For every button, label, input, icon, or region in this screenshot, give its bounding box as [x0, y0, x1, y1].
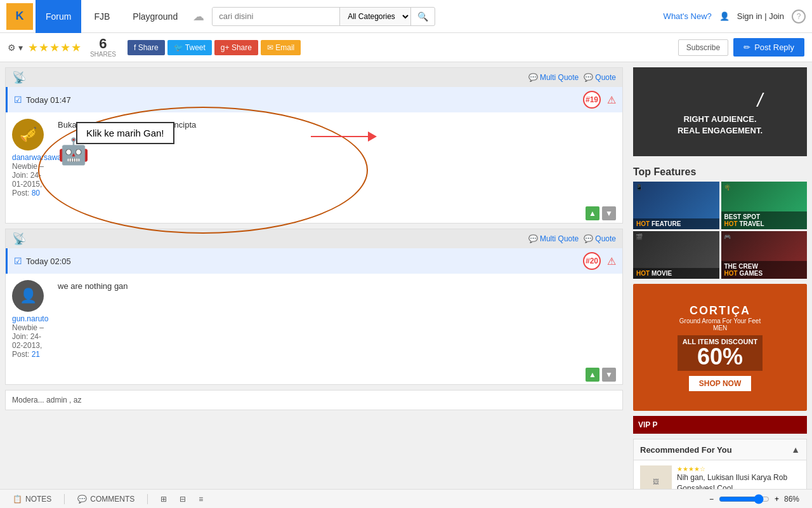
- ad-tagline-1: RIGHT AUDIENCE.: [678, 114, 763, 125]
- grid2-icon: ⊟: [180, 495, 186, 504]
- zoom-slider[interactable]: [719, 494, 769, 504]
- bottom-comments[interactable]: 💬 COMMENTS: [77, 495, 134, 504]
- bottom-sep-2: [147, 494, 148, 504]
- right-sidebar: / RIGHT AUDIENCE. REAL ENGAGEMENT. Top F…: [628, 62, 812, 508]
- settings-button[interactable]: ⚙ ▾: [8, 43, 23, 53]
- wap-icon-20: 📡: [12, 232, 26, 246]
- bottom-right: − + 86%: [709, 494, 799, 504]
- star-5: ★: [71, 41, 81, 55]
- whats-new-link[interactable]: What's New?: [664, 11, 712, 21]
- post-19-number[interactable]: #19: [583, 91, 601, 109]
- quote-button-19[interactable]: 💬 Quote: [584, 73, 616, 82]
- search-button[interactable]: 🔍: [410, 8, 435, 25]
- search-input[interactable]: [213, 8, 339, 25]
- quote-multi-icon: 💬: [528, 73, 538, 82]
- star-4: ★: [60, 41, 70, 55]
- post-20: 📡 💬 Multi Quote 💬 Quote ☑ Tod: [5, 229, 623, 385]
- vote-down-20[interactable]: ▼: [602, 368, 616, 382]
- ad-shoes-cta[interactable]: SHOP NOW: [689, 376, 751, 391]
- bottom-notes[interactable]: 📋 NOTES: [13, 495, 51, 504]
- notes-icon: 📋: [13, 495, 22, 504]
- bottom-grid2[interactable]: ⊟: [180, 495, 186, 504]
- post-19-avatar-area: 🎺 danarwarsawa Newbie – Join: 24-01-2015…: [12, 119, 50, 197]
- post-19-time: Today 01:47: [26, 95, 579, 105]
- rating-stars: ★ ★ ★ ★ ★: [28, 41, 81, 55]
- post-20-number[interactable]: #20: [583, 252, 601, 270]
- zoom-in-button[interactable]: +: [775, 495, 779, 504]
- quote-multi-icon-20: 💬: [528, 234, 538, 243]
- vote-up-20[interactable]: ▲: [586, 368, 599, 382]
- feature-travel-label: Best SpotHOT TRAVEL: [721, 211, 808, 229]
- header-right: What's New? 👤 Sign in | Join ?: [664, 10, 806, 23]
- edit-icon: ✏: [743, 43, 750, 52]
- share-facebook-button[interactable]: f Share: [128, 40, 165, 55]
- feature-games[interactable]: 🎮 THE CREWHOT GAMES: [721, 231, 808, 279]
- moderator-bar: Modera... admin , az: [5, 390, 623, 410]
- vote-down-19[interactable]: ▼: [602, 206, 616, 220]
- wap-icon: 📡: [12, 70, 26, 84]
- recommended-title: Recommended For You: [640, 445, 732, 455]
- feature-games-label: THE CREWHOT GAMES: [721, 261, 808, 279]
- feature-games-icon: 🎮: [724, 234, 731, 240]
- bottom-grid1[interactable]: ⊞: [160, 495, 167, 504]
- feature-movie-icon: 🎬: [636, 234, 643, 240]
- feature-travel[interactable]: 🌴 Best SpotHOT TRAVEL: [721, 182, 808, 229]
- feature-travel-icon: 🌴: [724, 184, 731, 190]
- feature-movie[interactable]: 🎬 HOT MOVIE: [633, 231, 719, 279]
- help-icon[interactable]: ?: [792, 10, 806, 23]
- share-twitter-button[interactable]: 🐦 Tweet: [167, 40, 212, 55]
- ad-shoes-brand: CORTIÇA: [678, 304, 763, 318]
- vip-bar: VIP P: [633, 416, 807, 434]
- recommended-header: Recommended For You ▲: [634, 439, 806, 460]
- sign-in-link[interactable]: Sign in | Join: [737, 11, 784, 21]
- post-20-content: we are nothing gan: [58, 280, 616, 359]
- post-20-post-count[interactable]: 21: [32, 350, 40, 359]
- post-20-time: Today 02:05: [26, 257, 579, 266]
- category-select[interactable]: All Categories: [339, 8, 410, 25]
- vote-up-19[interactable]: ▲: [586, 206, 599, 220]
- nav-forum[interactable]: Forum: [36, 0, 81, 33]
- quote-actions-20: 💬 Multi Quote 💬 Quote: [528, 234, 616, 243]
- bottom-list[interactable]: ≡: [199, 495, 203, 504]
- recommended-collapse-button[interactable]: ▲: [791, 444, 800, 455]
- nav-fjb[interactable]: FJB: [84, 0, 120, 33]
- callout-box: Klik ke marih Gan!: [76, 122, 174, 144]
- ad-text: / RIGHT AUDIENCE. REAL ENGAGEMENT.: [678, 87, 763, 137]
- logo-button[interactable]: K: [6, 3, 33, 30]
- post-check-icon-19: ☑: [14, 95, 22, 105]
- post-20-votes: ▲ ▼: [6, 365, 622, 384]
- nav-playground[interactable]: Playground: [122, 0, 188, 33]
- quote-actions-19: 💬 Multi Quote 💬 Quote: [528, 73, 616, 82]
- share-email-button[interactable]: ✉ Email: [261, 40, 301, 55]
- post-20-header: ☑ Today 02:05 #20 ⚠: [6, 248, 622, 274]
- post-19-username[interactable]: danarwarsawa: [12, 153, 62, 162]
- share-gplus-button[interactable]: g+ Share: [214, 40, 258, 55]
- feature-movie-label: HOT MOVIE: [633, 268, 719, 279]
- post-19-avatar: 🎺: [12, 119, 44, 150]
- ad-shoes: CORTIÇA Ground Aroma For Your FeetMEN AL…: [633, 284, 807, 411]
- feature-hot[interactable]: 📱 HOT FEATURE: [633, 182, 719, 229]
- quote-button-20[interactable]: 💬 Quote: [584, 234, 616, 243]
- feature-hot-label: HOT FEATURE: [633, 218, 719, 229]
- post-reply-button[interactable]: ✏ Post Reply: [733, 38, 804, 57]
- top-features: Top Features 📱 HOT FEATURE 🌴 Best SpotHO…: [633, 161, 807, 279]
- subscribe-button[interactable]: Subscribe: [678, 39, 728, 56]
- post-20-username[interactable]: gun.naruto: [12, 314, 48, 323]
- multi-quote-button-20[interactable]: 💬 Multi Quote: [528, 234, 579, 243]
- comments-icon: 💬: [77, 495, 87, 504]
- quote-icon: 💬: [584, 73, 593, 82]
- post-20-avatar: 👤: [12, 280, 44, 312]
- rec-stars-0: ★★★★☆: [677, 465, 800, 472]
- post-19-post-count[interactable]: 80: [32, 189, 40, 197]
- post-20-meta: gun.naruto Newbie – Join: 24-02-2013, Po…: [12, 314, 50, 359]
- post-20-body: 👤 gun.naruto Newbie – Join: 24-02-2013, …: [6, 274, 622, 365]
- post-20-avatar-area: 👤 gun.naruto Newbie – Join: 24-02-2013, …: [12, 280, 50, 359]
- post-19-meta: danarwarsawa Newbie – Join: 24-01-2015, …: [12, 153, 50, 197]
- ad-shoes-sub: Ground Aroma For Your FeetMEN: [678, 318, 763, 331]
- zoom-out-button[interactable]: −: [709, 495, 714, 504]
- main-layout: 📡 💬 Multi Quote 💬 Quote ☑ Tod: [0, 62, 812, 508]
- shares-count: 6 SHARES: [90, 37, 116, 58]
- list-icon: ≡: [199, 495, 203, 504]
- logo-icon: K: [16, 10, 24, 23]
- multi-quote-button-19[interactable]: 💬 Multi Quote: [528, 73, 579, 82]
